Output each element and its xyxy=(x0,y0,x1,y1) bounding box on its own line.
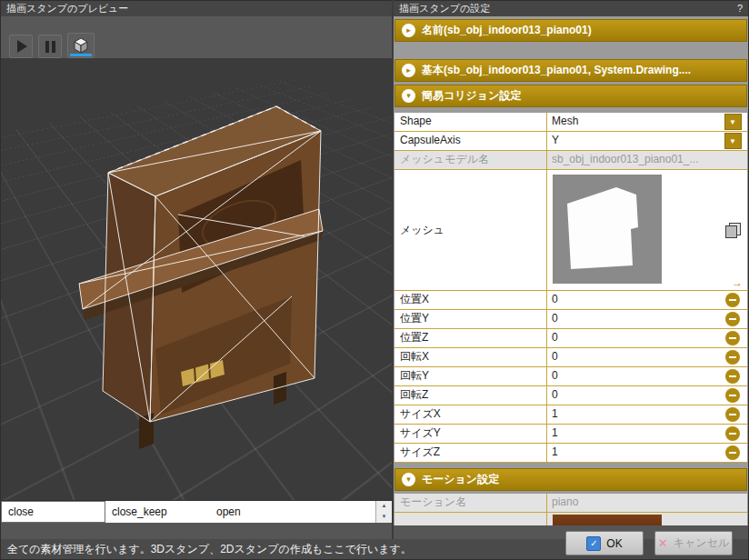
motion-name-row: モーション名 piano xyxy=(394,494,747,513)
mesh-silhouette xyxy=(553,175,662,284)
shape-dropdown-button[interactable]: ▼ xyxy=(724,114,742,130)
section-header-name[interactable]: ▸ 名前(sb_obj_indoor013_piano01) xyxy=(394,19,747,42)
anim-list-scrollbar[interactable]: ▲ ▼ xyxy=(375,501,392,523)
piano-model xyxy=(1,58,392,500)
motion-thumbnail[interactable] xyxy=(553,515,662,525)
pos-x-input[interactable]: 0 xyxy=(547,291,718,309)
close-icon: ✕ xyxy=(658,537,668,549)
pos-y-row: 位置Y 0 xyxy=(394,310,747,329)
rot-x-label: 回転X xyxy=(394,348,547,366)
anim-item-close[interactable]: close xyxy=(1,501,105,523)
active-tool-underline xyxy=(70,54,92,56)
anim-item-close-keep[interactable]: close_keep xyxy=(105,501,210,523)
capsule-axis-label: CapsuleAxis xyxy=(394,132,547,150)
pos-z-input[interactable]: 0 xyxy=(547,329,718,347)
slider-handle-icon[interactable] xyxy=(725,445,740,460)
mesh-model-value: sb_obj_indoor013_piano01_... xyxy=(547,151,718,169)
rot-z-row: 回転Z 0 xyxy=(394,386,747,405)
section-collision-label: 簡易コリジョン設定 xyxy=(422,88,521,104)
preview-panel-title: 描画スタンプのプレビュー xyxy=(6,1,128,16)
help-button[interactable]: ? xyxy=(737,1,743,16)
rot-x-input[interactable]: 0 xyxy=(547,348,718,366)
size-y-input[interactable]: 1 xyxy=(547,425,718,443)
rot-x-row: 回転X 0 xyxy=(394,348,747,367)
size-y-label: サイズY xyxy=(394,425,547,443)
slider-handle-icon[interactable] xyxy=(725,350,740,365)
section-header-motion[interactable]: ▾ モーション設定 xyxy=(394,468,747,491)
pause-icon xyxy=(45,41,55,53)
shape-row: Shape Mesh ▼ xyxy=(394,113,747,132)
cube-icon xyxy=(72,36,90,55)
ok-button-label: OK xyxy=(606,537,622,550)
chevron-down-icon: ▾ xyxy=(402,473,415,486)
shape-select[interactable]: Mesh xyxy=(547,113,718,131)
scroll-down-icon[interactable]: ▼ xyxy=(376,512,392,523)
slider-handle-icon[interactable] xyxy=(725,331,740,345)
status-text: 全ての素材管理を行います。3Dスタンプ、2Dスタンプの作成もここで行います。 xyxy=(7,543,412,555)
pos-y-label: 位置Y xyxy=(394,310,547,328)
slider-handle-icon[interactable] xyxy=(725,426,740,441)
pause-button[interactable] xyxy=(38,35,62,58)
pos-y-input[interactable]: 0 xyxy=(547,310,718,328)
pos-z-row: 位置Z 0 xyxy=(394,329,747,348)
settings-panel: 描画スタンプの設定 ? ▸ 名前(sb_obj_indoor013_piano0… xyxy=(394,1,748,525)
play-icon xyxy=(17,40,27,53)
size-x-input[interactable]: 1 xyxy=(547,405,718,424)
slider-handle-icon[interactable] xyxy=(725,369,740,384)
rot-y-row: 回転Y 0 xyxy=(394,367,747,386)
settings-panel-title: 描画スタンプの設定 xyxy=(399,1,490,16)
capsule-axis-row: CapsuleAxis Y ▼ xyxy=(394,132,747,151)
mesh-preview-cell xyxy=(547,170,718,290)
stamp-editor-window: 描画スタンプのプレビュー xyxy=(0,0,749,560)
mesh-row: メッシュ → xyxy=(394,170,747,291)
capsule-axis-dropdown-button[interactable]: ▼ xyxy=(724,133,742,149)
chevron-right-icon: ▸ xyxy=(402,64,415,77)
section-name-label: 名前(sb_obj_indoor013_piano01) xyxy=(422,23,592,38)
slider-handle-icon[interactable] xyxy=(725,312,740,326)
section-header-collision[interactable]: ▾ 簡易コリジョン設定 xyxy=(394,85,747,107)
mesh-thumbnail[interactable] xyxy=(553,175,662,284)
capsule-axis-select[interactable]: Y xyxy=(547,132,718,150)
swap-mesh-icon[interactable] xyxy=(725,223,741,238)
slider-handle-icon[interactable] xyxy=(725,388,740,403)
pos-x-row: 位置X 0 xyxy=(394,291,747,310)
motion-preview-cell xyxy=(547,513,718,525)
ok-button[interactable]: ✓ OK xyxy=(565,531,644,555)
animation-list: close close_keep open ▲ ▼ xyxy=(1,500,392,523)
size-x-row: サイズX 1 xyxy=(394,405,747,425)
arrow-right-icon[interactable]: → xyxy=(732,277,743,288)
rot-z-input[interactable]: 0 xyxy=(547,386,718,405)
dialog-buttons: ✓ OK ✕ キャンセル xyxy=(565,531,733,555)
mesh-label: メッシュ xyxy=(394,170,547,290)
wireframe-view-button[interactable] xyxy=(67,33,95,58)
rot-y-label: 回転Y xyxy=(394,367,547,385)
motion-name-label: モーション名 xyxy=(394,494,547,512)
cancel-button[interactable]: ✕ キャンセル xyxy=(654,531,733,555)
section-header-basic[interactable]: ▸ 基本(sb_obj_indoor013_piano01, System.Dr… xyxy=(394,59,747,82)
play-button[interactable] xyxy=(9,35,33,58)
motion-preview-row xyxy=(394,513,747,525)
size-z-row: サイズZ 1 xyxy=(394,444,747,463)
rot-y-input[interactable]: 0 xyxy=(547,367,718,385)
scroll-up-icon[interactable]: ▲ xyxy=(376,501,392,512)
preview-titlebar: 描画スタンプのプレビュー xyxy=(1,1,392,16)
slider-handle-icon[interactable] xyxy=(725,293,740,307)
size-z-input[interactable]: 1 xyxy=(547,444,718,462)
size-x-label: サイズX xyxy=(394,405,547,424)
mesh-model-row: メッシュモデル名 sb_obj_indoor013_piano01_... xyxy=(394,151,747,170)
pos-z-label: 位置Z xyxy=(394,329,547,347)
motion-name-value: piano xyxy=(547,494,718,512)
slider-handle-icon[interactable] xyxy=(725,407,740,422)
size-z-label: サイズZ xyxy=(394,444,547,462)
check-icon: ✓ xyxy=(586,536,601,551)
settings-scroll-area[interactable]: ▸ 名前(sb_obj_indoor013_piano01) ▸ 基本(sb_o… xyxy=(394,16,748,525)
rot-z-label: 回転Z xyxy=(394,386,547,405)
section-motion-label: モーション設定 xyxy=(422,472,499,487)
settings-titlebar: 描画スタンプの設定 ? xyxy=(394,1,748,16)
mesh-model-label: メッシュモデル名 xyxy=(394,151,547,169)
anim-item-open[interactable]: open xyxy=(210,501,315,523)
3d-viewport[interactable] xyxy=(1,58,392,500)
preview-panel: 描画スタンプのプレビュー xyxy=(1,1,392,522)
size-y-row: サイズY 1 xyxy=(394,425,747,444)
mesh-actions: → xyxy=(718,170,747,290)
